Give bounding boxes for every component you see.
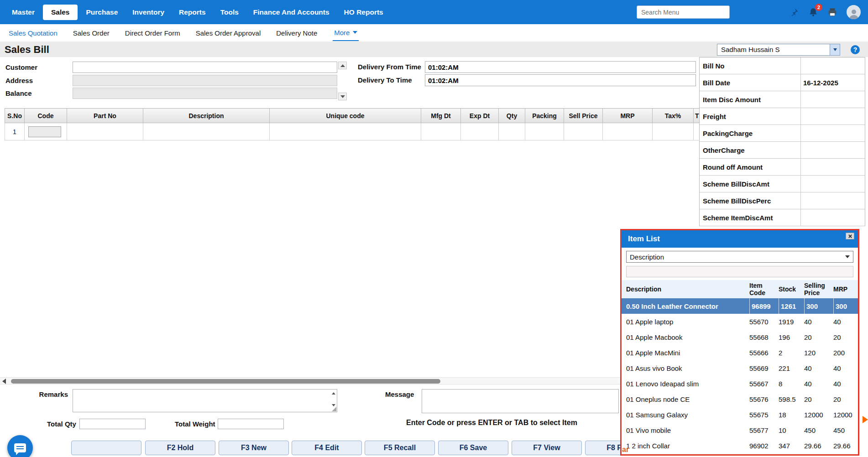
item-list-row[interactable]: 01 Apple MacMini 55666 2 120 200 <box>622 345 858 360</box>
panel-row-scheme-billdiscperc: Scheme BillDiscPerc <box>700 192 865 209</box>
pin-icon[interactable] <box>789 7 799 17</box>
scheme-billdiscamt-value[interactable] <box>801 176 865 192</box>
resize-grip-icon[interactable] <box>332 407 336 411</box>
subnav-item-sales-order-approval[interactable]: Sales Order Approval <box>196 29 261 37</box>
topnav-item-master[interactable]: Master <box>5 5 41 20</box>
scheme-itemdiscamt-value[interactable] <box>801 209 865 226</box>
scheme-billdiscperc-value[interactable] <box>801 192 865 209</box>
message-textarea[interactable] <box>422 389 619 413</box>
item-description: 01 Apple MacMini <box>626 349 749 357</box>
delivery-from-time-label: Delivery From Time <box>358 63 421 71</box>
bell-icon[interactable]: 2 <box>808 7 818 17</box>
item-stock: 598.5 <box>779 395 804 403</box>
delivery-to-time-input[interactable] <box>425 74 696 86</box>
avatar[interactable] <box>847 5 861 19</box>
f5-recall-button[interactable]: F5 Recall <box>365 441 435 455</box>
item-list-row[interactable]: 0.50 Inch Leather Connector 96899 1261 3… <box>622 298 858 314</box>
row1-exp-dt-cell[interactable] <box>461 123 499 140</box>
subnav-item-more[interactable]: More <box>333 25 359 41</box>
delivery-from-time-input[interactable] <box>425 61 696 73</box>
bill-date-label: Bill Date <box>700 74 801 91</box>
topnav-item-reports[interactable]: Reports <box>173 5 212 20</box>
scroll-left-arrow-icon[interactable] <box>2 379 6 384</box>
round-off-amount-value[interactable] <box>801 159 865 175</box>
f2-hold-button[interactable]: F2 Hold <box>145 441 215 455</box>
remarks-textarea[interactable] <box>73 389 337 412</box>
item-list-row[interactable]: 1 2 inch Collar 96902 347 29.66 29.66 <box>622 438 858 453</box>
item-search-input[interactable] <box>626 266 853 277</box>
f4-edit-button[interactable]: F4 Edit <box>292 441 362 455</box>
item-list-row[interactable]: 01 Asus vivo Book 55669 221 40 40 <box>622 360 858 376</box>
bill-date-value[interactable]: 16-12-2025 <box>801 74 865 91</box>
item-list-row[interactable]: 01 Samsung Galaxy 55675 18 12000 12000 <box>622 407 858 422</box>
item-stock: 18 <box>779 411 804 419</box>
row1-description-cell[interactable] <box>143 123 270 140</box>
scroll-up-button[interactable] <box>338 62 347 69</box>
row1-mrp-cell[interactable] <box>603 123 653 140</box>
topnav-item-ho-reports[interactable]: HO Reports <box>338 5 390 20</box>
subnav-item-sales-quotation[interactable]: Sales Quotation <box>9 29 58 37</box>
scrollbar-thumb[interactable] <box>11 379 440 384</box>
scroll-right-indicator-icon[interactable] <box>863 416 868 423</box>
help-icon[interactable]: ? <box>851 45 860 54</box>
f7-view-button[interactable]: F7 View <box>512 441 582 455</box>
item-list-popup-body: Description Description Item Code Stock … <box>622 248 858 453</box>
close-icon[interactable] <box>846 233 854 239</box>
f6-save-button[interactable]: F6 Save <box>438 441 508 455</box>
item-disc-amount-value[interactable] <box>801 91 865 108</box>
item-list-row[interactable]: 01 Lenovo Ideapad slim 55667 8 40 40 <box>622 376 858 391</box>
item-code: 55670 <box>749 318 779 326</box>
col-header-sell-price: Sell Price <box>564 109 603 123</box>
item-list-row[interactable]: 01 Apple laptop 55670 1919 40 40 <box>622 314 858 329</box>
row1-tax-cell[interactable] <box>653 123 694 140</box>
item-list-row[interactable]: 01 Vivo mobile 55677 10 450 450 <box>622 422 858 438</box>
topnav-item-sales[interactable]: Sales <box>43 5 78 20</box>
item-code-input[interactable] <box>28 126 61 137</box>
printer-icon[interactable] <box>827 7 837 17</box>
total-qty-input[interactable] <box>79 419 146 429</box>
salesman-select[interactable]: Sadham Hussain S <box>717 44 840 56</box>
col-header-code: Code <box>25 109 67 123</box>
row1-mfg-dt-cell[interactable] <box>421 123 461 140</box>
panel-row-other-charge: OtherCharge <box>700 142 865 159</box>
other-charge-value[interactable] <box>801 142 865 158</box>
item-stock: 1261 <box>779 298 804 314</box>
col-header-tax: Tax% <box>653 109 694 123</box>
col-header-exp-dt: Exp Dt <box>461 109 499 123</box>
freight-value[interactable] <box>801 108 865 125</box>
more-label: More <box>334 29 350 36</box>
bill-no-value[interactable] <box>801 57 865 74</box>
item-list-row[interactable]: 01 Apple Macbook 55668 196 20 20 <box>622 329 858 345</box>
fkey-blank-button[interactable] <box>71 441 141 455</box>
delivery-to-time-label: Delivery To Time <box>358 76 412 84</box>
subnav-item-direct-order-form[interactable]: Direct Order Form <box>125 29 180 37</box>
remarks-scroll-up-icon[interactable] <box>331 391 336 395</box>
total-weight-input[interactable] <box>218 419 284 429</box>
row1-sell-price-cell[interactable] <box>564 123 603 140</box>
chat-fab-button[interactable] <box>7 435 33 457</box>
subnav-item-sales-order[interactable]: Sales Order <box>73 29 110 37</box>
subnav-item-delivery-note[interactable]: Delivery Note <box>276 29 317 37</box>
item-description: 01 Asus vivo Book <box>626 364 749 372</box>
search-menu-input[interactable] <box>637 5 730 19</box>
customer-input[interactable] <box>73 62 337 73</box>
select-dropdown-button[interactable] <box>830 44 840 55</box>
balance-input <box>73 88 337 99</box>
row1-unique-code-cell[interactable] <box>270 123 421 140</box>
row1-part-no-cell[interactable] <box>67 123 143 140</box>
topnav-item-inventory[interactable]: Inventory <box>126 5 171 20</box>
item-filter-select[interactable]: Description <box>626 251 853 263</box>
packing-charge-value[interactable] <box>801 125 865 141</box>
topnav-item-purchase[interactable]: Purchase <box>79 5 124 20</box>
topnav-item-tools[interactable]: Tools <box>214 5 245 20</box>
item-description: 01 Apple laptop <box>626 318 749 326</box>
topnav-item-finance-and-accounts[interactable]: Finance And Accounts <box>247 5 336 20</box>
item-list-row[interactable]: 01 Oneplus node CE 55676 598.5 20 20 <box>622 391 858 407</box>
row1-qty-cell[interactable] <box>499 123 525 140</box>
scroll-down-button[interactable] <box>338 93 347 100</box>
item-selling-price: 120 <box>804 349 833 357</box>
f3-new-button[interactable]: F3 New <box>219 441 289 455</box>
item-list-col-description: Description <box>626 286 749 293</box>
row1-packing-cell[interactable] <box>525 123 564 140</box>
horizontal-scrollbar[interactable] <box>0 377 620 384</box>
